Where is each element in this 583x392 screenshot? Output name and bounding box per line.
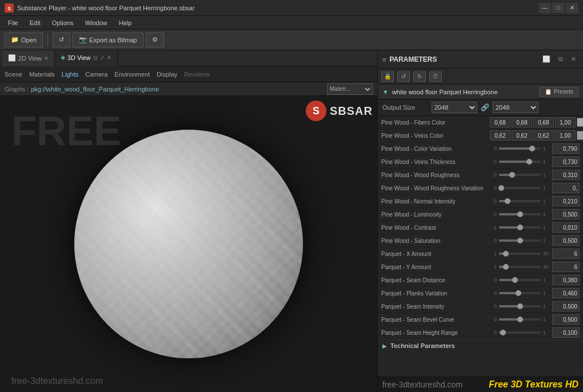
window-title: Substance Player - white wood floor Parq… — [17, 5, 538, 11]
refresh-button[interactable]: ↺ — [53, 33, 70, 47]
fibers-g-input[interactable] — [512, 117, 532, 127]
params-clock-button[interactable]: ⏱ — [429, 71, 442, 82]
seam-distance-track[interactable] — [499, 279, 541, 281]
seam-intensity-track[interactable] — [499, 305, 541, 307]
veins-thickness-track[interactable] — [499, 161, 541, 163]
environment-item[interactable]: Environment — [114, 71, 150, 78]
seam-bevel-value[interactable] — [552, 314, 580, 325]
maximize-button[interactable]: □ — [552, 3, 565, 13]
renderer-item[interactable]: Renderer — [184, 71, 210, 78]
roughness-variation-track[interactable] — [499, 187, 541, 189]
seam-distance-value[interactable] — [552, 275, 580, 285]
scene-item[interactable]: Scene — [5, 71, 22, 78]
substance-arrow[interactable]: ▼ — [382, 89, 389, 95]
veins-g-input[interactable] — [512, 130, 532, 141]
export-label: Export as Bitmap — [89, 37, 137, 43]
params-refresh-button[interactable]: ↺ — [397, 71, 410, 82]
panel-close-button[interactable]: ✕ — [569, 54, 578, 64]
view-toolbar: Scene Materials Lights Camera Environmen… — [0, 66, 377, 82]
params-history-button[interactable]: ↻ — [413, 71, 426, 82]
seam-height-track[interactable] — [499, 331, 541, 334]
menu-help[interactable]: Help — [113, 18, 138, 27]
contrast-value[interactable] — [552, 222, 580, 233]
tab-bar: ⬜ 2D View ✕ ◈ 3D View ⊡ ⤢ ✕ — [0, 50, 377, 66]
param-label-normal-intensity: Pine Wood - Normal Intensity — [381, 198, 490, 205]
param-label-planks-variation: Parquet - Planks Variation — [381, 290, 490, 297]
wood-roughness-track[interactable] — [499, 174, 541, 176]
seam-height-max: 1 — [543, 330, 550, 335]
y-amount-value[interactable] — [552, 262, 580, 272]
normal-intensity-value[interactable] — [552, 196, 580, 206]
material-dropdown[interactable]: Materi... — [327, 83, 373, 95]
planks-variation-track[interactable] — [499, 292, 541, 294]
seam-bevel-track[interactable] — [499, 318, 541, 321]
display-item[interactable]: Display — [157, 71, 177, 78]
fibers-a-input[interactable] — [555, 117, 576, 127]
veins-r-input[interactable] — [490, 130, 510, 141]
panel-detach-button[interactable]: ⧉ — [556, 54, 565, 64]
presets-label: Presets — [554, 89, 573, 95]
y-amount-track[interactable] — [499, 266, 541, 268]
param-row-normal-intensity: Pine Wood - Normal Intensity 0 1 — [378, 195, 583, 208]
lights-item[interactable]: Lights — [62, 71, 78, 78]
roughness-variation-value[interactable] — [552, 183, 580, 193]
export-bitmap-button[interactable]: 📷 Export as Bitmap — [73, 33, 143, 47]
color-variation-value[interactable] — [552, 143, 580, 154]
luminosity-track[interactable] — [499, 213, 541, 215]
normal-intensity-track[interactable] — [499, 200, 541, 202]
menu-edit[interactable]: Edit — [24, 18, 46, 27]
panel-resize-button[interactable]: ⬜ — [540, 54, 553, 64]
param-label-color-variation: Pine Wood - Color Variation — [381, 146, 490, 152]
tab-2d-view[interactable]: ⬜ 2D View ✕ — [2, 50, 55, 66]
logo-area: S SBSAR — [306, 101, 373, 121]
seam-distance-slider-area: 0 1 — [490, 275, 580, 285]
veins-b-input[interactable] — [533, 130, 554, 141]
seam-intensity-min: 0 — [490, 303, 497, 309]
parameters-scroll[interactable]: Pine Wood - Fibers Color Pine Wood - Vei… — [378, 116, 583, 377]
output-width-select[interactable]: 2048 — [432, 102, 477, 113]
fibers-b-input[interactable] — [533, 117, 554, 127]
veins-thickness-value[interactable] — [552, 157, 580, 167]
app-icon: S — [5, 3, 14, 13]
veins-a-input[interactable] — [555, 130, 576, 141]
tab-3d-close[interactable]: ✕ — [107, 55, 111, 61]
menu-file[interactable]: File — [2, 18, 24, 27]
tab-3d-expand[interactable]: ⤢ — [100, 55, 105, 61]
presets-button[interactable]: 📋 Presets — [540, 87, 578, 97]
menu-window[interactable]: Window — [79, 18, 113, 27]
veins-color-swatch[interactable] — [577, 131, 583, 140]
folder-icon: 📁 — [11, 36, 19, 43]
tab-3d-view[interactable]: ◈ 3D View ⊡ ⤢ ✕ — [55, 50, 118, 66]
param-row-contrast: Pine Wood - Contrast -1 1 — [378, 221, 583, 234]
contrast-track[interactable] — [499, 226, 541, 229]
color-variation-track[interactable] — [499, 147, 541, 150]
toolbar: 📁 Open ↺ 📷 Export as Bitmap ⚙ — [0, 30, 583, 50]
x-amount-track[interactable] — [499, 253, 541, 255]
saturation-track[interactable] — [499, 239, 541, 242]
saturation-value[interactable] — [552, 235, 580, 246]
open-button[interactable]: 📁 Open — [5, 33, 43, 47]
tab-2d-close[interactable]: ✕ — [44, 55, 49, 61]
x-amount-slider-area: 1 30 — [490, 249, 580, 259]
output-height-select[interactable]: 2048 — [493, 102, 538, 113]
seam-distance-max: 1 — [543, 277, 550, 283]
fibers-color-swatch[interactable] — [577, 118, 583, 127]
settings-button[interactable]: ⚙ — [146, 33, 164, 47]
technical-label: Technical Parameters — [390, 342, 455, 349]
wood-roughness-value[interactable] — [552, 170, 580, 180]
seam-height-value[interactable] — [552, 327, 580, 338]
graph-path[interactable]: pkg://white_wood_floor_Parquet_Herringbo… — [31, 86, 325, 93]
planks-variation-value[interactable] — [552, 288, 580, 298]
technical-parameters-section[interactable]: ▶ Technical Parameters — [378, 339, 583, 351]
luminosity-value[interactable] — [552, 209, 580, 219]
menu-options[interactable]: Options — [46, 18, 79, 27]
camera-item[interactable]: Camera — [85, 71, 107, 78]
materials-item[interactable]: Materials — [29, 71, 55, 78]
x-amount-value[interactable] — [552, 249, 580, 259]
lock-button[interactable]: 🔒 — [381, 71, 394, 82]
minimize-button[interactable]: — — [538, 3, 551, 13]
close-button[interactable]: ✕ — [566, 3, 578, 13]
fibers-r-input[interactable] — [490, 117, 510, 127]
param-label-wood-roughness: Pine Wood - Wood Roughness — [381, 172, 490, 178]
seam-intensity-value[interactable] — [552, 301, 580, 311]
